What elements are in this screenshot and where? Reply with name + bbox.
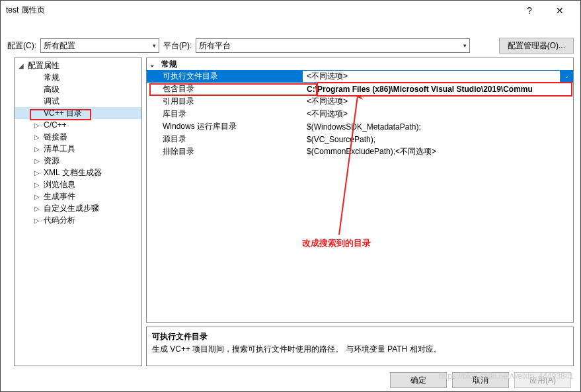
collapse-icon[interactable]: ◢ (19, 62, 26, 69)
tree-item-label: 浏览信息 (44, 179, 75, 190)
platform-label: 平台(P): (163, 40, 192, 52)
grid-section-header[interactable]: ⌄ 常规 (147, 58, 573, 70)
config-dropdown[interactable]: 所有配置 ▾ (40, 38, 159, 53)
property-grid: ⌄ 常规 可执行文件目录<不同选项>⌄包含目录C:\Program Files … (146, 58, 574, 323)
property-row[interactable]: 包含目录C:\Program Files (x86)\Microsoft Vis… (147, 83, 573, 95)
tree-item-label: 高级 (44, 84, 59, 95)
tree-item[interactable]: ▷自定义生成步骤 (15, 202, 141, 214)
property-row[interactable]: 引用目录<不同选项> (147, 95, 573, 108)
description-panel: 可执行文件目录 生成 VC++ 项目期间，搜索可执行文件时使用的路径。 与环境变… (146, 327, 574, 366)
property-row[interactable]: Windows 运行库目录$(WindowsSDK_MetadataPath); (147, 120, 573, 133)
property-value[interactable]: C:\Program Files (x86)\Microsoft Visual … (303, 85, 573, 94)
dropdown-icon[interactable]: ⌄ (560, 73, 573, 79)
tree-item-label: 自定义生成步骤 (44, 203, 99, 214)
expand-icon[interactable]: ▷ (34, 169, 42, 176)
description-title: 可执行文件目录 (152, 331, 568, 342)
tree-root-label: 配置属性 (28, 60, 59, 71)
tree-item-label: 调试 (44, 96, 59, 107)
property-row[interactable]: 库目录<不同选项> (147, 108, 573, 120)
tree-item-label: C/C++ (44, 120, 67, 130)
property-value[interactable]: <不同选项> (303, 96, 573, 107)
platform-value: 所有平台 (199, 40, 231, 52)
chevron-down-icon: ▾ (153, 42, 156, 49)
tree-item-label: XML 文档生成器 (44, 167, 102, 178)
expand-icon[interactable]: ▷ (34, 217, 42, 224)
expand-icon[interactable]: ▷ (34, 134, 42, 141)
expand-icon[interactable]: ▷ (34, 122, 42, 129)
property-value[interactable]: $(CommonExcludePath);<不同选项> (303, 146, 573, 157)
property-label: 排除目录 (147, 146, 303, 157)
property-value[interactable]: <不同选项> (303, 108, 573, 120)
property-row[interactable]: 源目录$(VC_SourcePath); (147, 133, 573, 145)
tree-item[interactable]: ▷XML 文档生成器 (15, 167, 141, 178)
platform-dropdown[interactable]: 所有平台 ▾ (196, 38, 470, 53)
tree-item-label: 链接器 (44, 132, 67, 143)
tree-root[interactable]: ◢ 配置属性 (15, 59, 141, 71)
tree-item-label: 资源 (44, 155, 59, 167)
config-value: 所有配置 (44, 40, 75, 52)
property-label: Windows 运行库目录 (147, 121, 303, 132)
tree-item[interactable]: VC++ 目录 (15, 107, 141, 119)
tree-item[interactable]: ▷生成事件 (15, 190, 141, 202)
tree-item[interactable]: 常规 (15, 71, 141, 83)
property-value[interactable]: <不同选项> (303, 71, 560, 82)
tree-item[interactable]: ▷资源 (15, 155, 141, 167)
tree-item-label: 生成事件 (44, 191, 75, 202)
tree-item[interactable]: ▷清单工具 (15, 143, 141, 155)
property-value[interactable]: $(WindowsSDK_MetadataPath); (303, 122, 573, 132)
watermark: https://blog.csdn.net/weixin_44493841 (439, 372, 574, 381)
tree-item[interactable]: 调试 (15, 95, 141, 107)
expand-icon[interactable]: ▷ (34, 193, 42, 200)
property-row[interactable]: 排除目录$(CommonExcludePath);<不同选项> (147, 145, 573, 158)
property-label: 可执行文件目录 (147, 71, 303, 82)
tree-item[interactable]: ▷浏览信息 (15, 178, 141, 190)
expand-icon[interactable]: ▷ (34, 145, 42, 153)
config-toolbar: 配置(C): 所有配置 ▾ 平台(P): 所有平台 ▾ 配置管理器(O)... (1, 34, 580, 58)
property-label: 库目录 (147, 108, 303, 120)
close-icon[interactable]: ✕ (545, 1, 575, 20)
tree-item[interactable]: ▷链接器 (15, 131, 141, 143)
section-title: 常规 (161, 59, 177, 70)
help-icon[interactable]: ? (514, 1, 545, 20)
config-label: 配置(C): (7, 40, 36, 52)
property-row[interactable]: 可执行文件目录<不同选项>⌄ (147, 70, 573, 83)
tree-item-label: VC++ 目录 (44, 108, 82, 119)
window-title: test 属性页 (6, 5, 514, 16)
chevron-down-icon: ▾ (463, 42, 467, 49)
property-value[interactable]: $(VC_SourcePath); (303, 135, 573, 144)
description-text: 生成 VC++ 项目期间，搜索可执行文件时使用的路径。 与环境变量 PATH 相… (152, 344, 568, 355)
tree-item[interactable]: 高级 (15, 83, 141, 95)
title-bar: test 属性页 ? ✕ (1, 1, 580, 20)
property-tree[interactable]: ◢ 配置属性 常规高级调试VC++ 目录▷C/C++▷链接器▷清单工具▷资源▷X… (14, 58, 142, 366)
chevron-down-icon: ⌄ (149, 61, 157, 68)
tree-item[interactable]: ▷代码分析 (15, 214, 141, 226)
expand-icon[interactable]: ▷ (34, 205, 42, 212)
tree-item-label: 常规 (44, 72, 59, 83)
property-label: 包含目录 (147, 83, 303, 95)
tree-item-label: 清单工具 (44, 143, 75, 155)
annotation-text: 改成搜索到的目录 (302, 237, 371, 249)
property-label: 引用目录 (147, 96, 303, 107)
expand-icon[interactable]: ▷ (34, 157, 42, 165)
config-manager-button[interactable]: 配置管理器(O)... (499, 38, 574, 54)
tree-item-label: 代码分析 (44, 215, 75, 226)
tree-item[interactable]: ▷C/C++ (15, 119, 141, 131)
expand-icon[interactable]: ▷ (34, 181, 42, 188)
property-label: 源目录 (147, 134, 303, 145)
